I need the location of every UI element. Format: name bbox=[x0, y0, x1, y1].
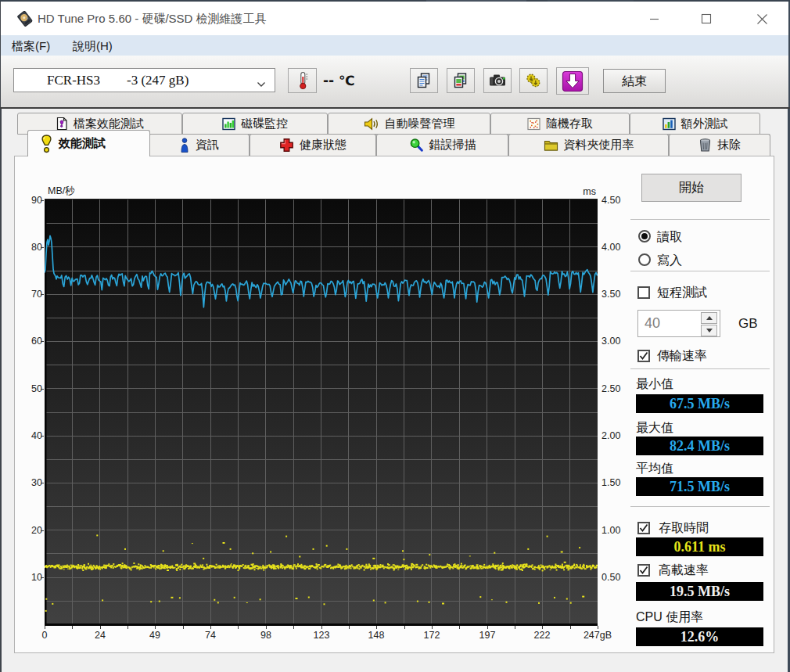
x-axis-tick-mark bbox=[127, 626, 128, 629]
menu-bar: 檔案(F) 說明(H) bbox=[1, 35, 788, 56]
x-axis-tick-mark bbox=[570, 626, 571, 629]
menu-help[interactable]: 說明(H) bbox=[73, 35, 113, 56]
separator bbox=[630, 506, 770, 507]
x-axis-tick-label: 0 bbox=[20, 630, 70, 641]
capacity-unit-label: GB bbox=[738, 310, 758, 337]
erase-icon bbox=[698, 138, 712, 153]
minimum-value: 67.5 MB/s bbox=[636, 394, 763, 413]
x-axis-tick-mark bbox=[542, 626, 543, 629]
tab-erase[interactable]: 抹除 bbox=[669, 134, 770, 156]
tab-random-access[interactable]: 隨機存取 bbox=[490, 113, 630, 135]
tab-disk-monitor[interactable]: 磁碟監控 bbox=[182, 113, 328, 135]
hdd-app-icon bbox=[17, 11, 33, 30]
checkmark-icon bbox=[639, 566, 648, 575]
right-axis-tick-label: 3.50 bbox=[601, 288, 633, 300]
transfer-rate-checkbox[interactable] bbox=[637, 350, 650, 362]
tab-info[interactable]: 資訊 bbox=[149, 134, 250, 156]
tab-aam[interactable]: 自動噪聲管理 bbox=[328, 113, 490, 135]
right-axis-tick-label: 4.00 bbox=[601, 241, 633, 253]
tab-label: 自動噪聲管理 bbox=[385, 117, 455, 131]
x-axis-tick-label: 222 bbox=[517, 630, 567, 641]
tab-label: 檔案效能測試 bbox=[74, 117, 144, 131]
y-axis-tick-mark bbox=[41, 247, 44, 248]
write-radio[interactable] bbox=[638, 253, 651, 266]
y-axis-tick-mark bbox=[41, 577, 44, 578]
y-axis-tick-mark bbox=[41, 200, 44, 201]
spin-down-button[interactable] bbox=[701, 325, 717, 336]
tab-health[interactable]: 健康狀態 bbox=[250, 134, 376, 156]
x-axis-tick-label: 197 bbox=[462, 630, 512, 641]
x-axis-tick-mark bbox=[349, 626, 350, 629]
temperature-button[interactable] bbox=[288, 68, 317, 93]
copy-text-icon bbox=[415, 72, 433, 89]
x-axis-tick-mark bbox=[376, 626, 377, 629]
tab-error-scan[interactable]: 錯誤掃描 bbox=[376, 134, 508, 156]
cpu-usage-label: CPU 使用率 bbox=[636, 610, 703, 624]
minimize-icon bbox=[649, 14, 659, 24]
file-benchmark-icon bbox=[56, 117, 68, 131]
maximize-button[interactable] bbox=[698, 10, 715, 27]
hdtune-window: HD Tune Pro 5.60 - 硬碟/SSD 檢測維護工具 檔案(F) 說… bbox=[0, 0, 790, 672]
y-axis-tick-label: 20 bbox=[16, 524, 42, 537]
access-time-label[interactable]: 存取時間 bbox=[659, 521, 709, 535]
capacity-input[interactable]: 40 bbox=[637, 310, 720, 337]
transfer-rate-label[interactable]: 傳輸速率 bbox=[657, 349, 707, 363]
menu-file[interactable]: 檔案(F) bbox=[12, 35, 50, 56]
x-axis-tick-mark bbox=[459, 626, 460, 629]
short-stroke-label[interactable]: 短程測試 bbox=[657, 286, 707, 300]
tab-folder-usage[interactable]: 資料夾使用率 bbox=[508, 134, 669, 156]
short-stroke-checkbox[interactable] bbox=[637, 286, 650, 299]
title-bar: HD Tune Pro 5.60 - 硬碟/SSD 檢測維護工具 bbox=[1, 2, 788, 35]
burst-rate-label[interactable]: 高載速率 bbox=[659, 563, 709, 577]
x-axis-tick-mark bbox=[100, 626, 101, 629]
temperature-value: -- ℃ bbox=[323, 68, 355, 93]
tab-label: 額外測試 bbox=[681, 117, 728, 131]
average-value: 71.5 MB/s bbox=[636, 477, 763, 496]
drive-select-dropdown[interactable]: FCR-HS3 -3 (247 gB) bbox=[13, 68, 275, 92]
right-axis-tick-label: 0.50 bbox=[601, 571, 633, 584]
tab-label: 抹除 bbox=[717, 138, 741, 153]
benchmark-icon bbox=[40, 135, 53, 153]
close-icon bbox=[756, 13, 768, 25]
x-axis-tick-label: 148 bbox=[351, 630, 401, 641]
x-axis-tick-mark bbox=[321, 626, 322, 629]
read-radio-label[interactable]: 讀取 bbox=[657, 230, 682, 244]
checkmark-icon bbox=[639, 351, 648, 361]
x-axis-tick-mark bbox=[293, 626, 294, 629]
right-axis-tick-label: 1.50 bbox=[601, 476, 633, 489]
minimum-label: 最小值 bbox=[636, 377, 673, 391]
burst-rate-checkbox[interactable] bbox=[637, 564, 650, 577]
up-arrow-icon bbox=[706, 316, 713, 320]
export-button[interactable] bbox=[519, 68, 548, 93]
y-axis-tick-mark bbox=[41, 436, 44, 437]
drive-select-value: FCR-HS3 -3 (247 gB) bbox=[47, 69, 189, 92]
x-axis-tick-mark bbox=[155, 626, 156, 629]
tab-benchmark-selected[interactable]: 效能測試 bbox=[27, 130, 150, 156]
tab-label: 磁碟監控 bbox=[241, 117, 288, 131]
export-icon bbox=[525, 72, 542, 89]
y-axis-tick-label: 10 bbox=[16, 571, 42, 584]
copy-image-button[interactable] bbox=[447, 68, 475, 93]
separator bbox=[630, 219, 770, 220]
copy-image-icon bbox=[452, 72, 469, 89]
start-button[interactable]: 開始 bbox=[641, 174, 742, 202]
x-axis-tick-label: 49 bbox=[130, 630, 180, 641]
read-radio[interactable] bbox=[638, 230, 651, 243]
y-axis-tick-mark bbox=[41, 341, 44, 342]
download-arrow-icon bbox=[562, 70, 584, 92]
capacity-value: 40 bbox=[645, 311, 660, 336]
tab-extra-tests[interactable]: 額外測試 bbox=[630, 113, 760, 135]
minimize-button[interactable] bbox=[645, 10, 663, 27]
screenshot-button[interactable] bbox=[483, 68, 512, 93]
spin-up-button[interactable] bbox=[701, 312, 717, 324]
exit-button[interactable]: 結束 bbox=[603, 69, 666, 93]
disk-monitor-icon bbox=[222, 117, 235, 131]
close-button[interactable] bbox=[753, 10, 770, 27]
write-radio-label[interactable]: 寫入 bbox=[657, 253, 682, 268]
tab-label: 資訊 bbox=[196, 138, 219, 153]
download-button[interactable] bbox=[556, 67, 589, 95]
info-icon bbox=[179, 138, 190, 153]
access-time-checkbox[interactable] bbox=[637, 522, 650, 534]
x-axis-tick-mark bbox=[45, 626, 45, 629]
copy-text-button[interactable] bbox=[410, 68, 438, 93]
